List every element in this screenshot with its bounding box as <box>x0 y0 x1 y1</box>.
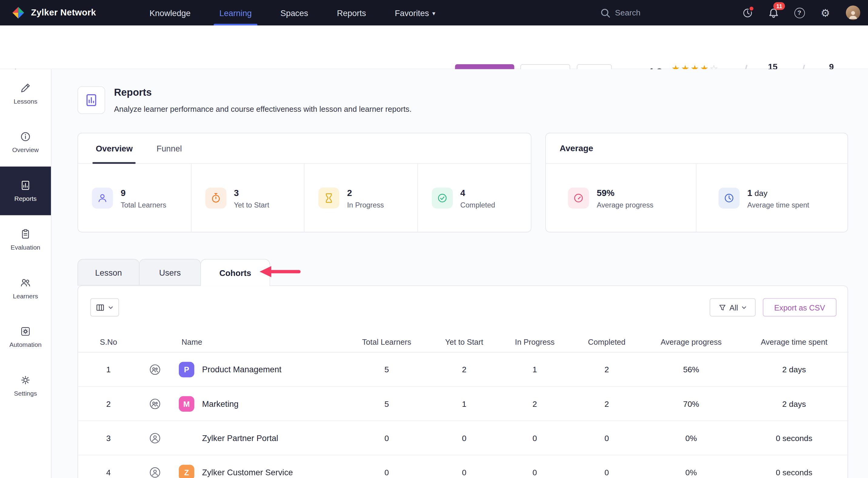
reports-section-subtitle: Analyze learner performance and course e… <box>114 104 411 113</box>
reports-section-icon <box>78 86 105 114</box>
column-header-average-progress: Average progress <box>643 337 740 346</box>
cohort-name: Zylker Customer Service <box>202 468 293 477</box>
chevron-down-icon <box>741 305 747 310</box>
nav-item-knowledge[interactable]: Knowledge <box>149 0 192 26</box>
brand[interactable]: Zylker Network <box>11 0 96 26</box>
column-header-sno: S.No <box>78 337 139 346</box>
column-header-average-time: Average time spent <box>740 337 848 346</box>
brand-name: Zylker Network <box>31 8 96 18</box>
clock-icon <box>719 188 740 209</box>
nav-item-spaces[interactable]: Spaces <box>279 0 309 26</box>
learner-stats-card: Overview Funnel 9Total Learners 3Yet to … <box>78 133 532 232</box>
tab-overview[interactable]: Overview <box>96 144 133 153</box>
column-header-in-progress: In Progress <box>499 337 571 346</box>
column-picker-button[interactable] <box>90 298 119 317</box>
person-circle-icon <box>149 466 161 478</box>
stat-total-learners: 9Total Learners <box>78 164 191 232</box>
stats-row: 9Total Learners 3Yet to Start 2In Progre… <box>78 164 531 232</box>
active-tab-underline <box>92 162 135 164</box>
tab-lesson[interactable]: Lesson <box>78 259 140 286</box>
column-header-name: Name <box>139 337 344 346</box>
cohort-avatar: M <box>179 396 194 411</box>
stopwatch-icon <box>205 188 226 209</box>
notifications-bell-icon[interactable]: 11 <box>768 7 779 19</box>
filter-dropdown[interactable]: All <box>710 298 756 317</box>
tab-users[interactable]: Users <box>139 259 201 286</box>
stat-completed: 4Completed <box>417 164 531 232</box>
pencil-icon <box>20 83 31 94</box>
average-row: 59%Average progress 1 day Average time s… <box>546 164 847 232</box>
group-circle-icon <box>149 397 161 410</box>
recent-activity-icon[interactable] <box>742 7 753 19</box>
navbar-actions: 11 ? ⚙ <box>742 0 861 26</box>
average-card: Average 59%Average progress 1 day Averag… <box>545 133 848 232</box>
activity-alert-dot <box>748 5 754 11</box>
funnel-icon <box>718 304 726 311</box>
chevron-down-icon <box>108 305 113 310</box>
sidebar-item-learners[interactable]: Learners <box>0 264 51 313</box>
person-icon <box>92 188 113 209</box>
sidebar-item-lessons[interactable]: Lessons <box>0 69 51 118</box>
table-row[interactable]: 2 M Marketing 5 1 2 2 70% 2 days <box>78 387 849 421</box>
course-header: Email Marketing Campaigns Unpublish Prev… <box>0 26 868 69</box>
reports-section-title: Reports <box>114 87 152 98</box>
table-row[interactable]: 4 Z Zylker Customer Service 0 0 0 0 0% 0… <box>78 455 849 478</box>
info-icon <box>20 131 31 142</box>
cohort-name: Zylker Partner Portal <box>202 433 278 443</box>
sidebar-item-settings[interactable]: Settings <box>0 361 51 410</box>
gauge-icon <box>568 188 589 209</box>
average-card-header: Average <box>546 133 847 164</box>
search-icon <box>601 8 610 17</box>
table-row[interactable]: 1 P Product Management 5 2 1 2 56% 2 day… <box>78 353 849 387</box>
sidebar-item-automation[interactable]: Automation <box>0 313 51 361</box>
tab-funnel[interactable]: Funnel <box>156 144 182 153</box>
check-circle-icon <box>432 188 453 209</box>
nav-item-favorites[interactable]: Favorites▾ <box>394 0 436 26</box>
tab-cohorts[interactable]: Cohorts <box>200 259 270 286</box>
caret-down-icon: ▾ <box>432 10 435 17</box>
help-icon[interactable]: ? <box>794 7 805 19</box>
sidebar-item-overview[interactable]: Overview <box>0 118 51 167</box>
stat-average-progress: 59%Average progress <box>546 164 696 232</box>
search-placeholder: Search <box>615 8 641 17</box>
person-circle-icon <box>149 432 161 444</box>
average-title: Average <box>560 143 593 153</box>
zylker-logo-icon <box>11 5 26 20</box>
group-circle-icon <box>149 363 161 375</box>
stat-average-time: 1 day Average time spent <box>696 164 848 232</box>
stat-in-progress: 2In Progress <box>305 164 418 232</box>
search-input[interactable]: Search <box>601 0 641 26</box>
notification-count-badge: 11 <box>773 2 785 10</box>
screen: Zylker Network Knowledge Learning Spaces… <box>0 0 868 478</box>
sidebar-item-reports[interactable]: Reports <box>0 167 51 215</box>
cohort-name: Product Management <box>202 365 282 374</box>
cohort-name: Marketing <box>202 399 239 408</box>
automation-icon <box>20 326 31 337</box>
table-header-row: S.No Name Total Learners Yet to Start In… <box>78 331 849 352</box>
gear-icon <box>20 375 31 386</box>
nav-item-learning[interactable]: Learning <box>218 0 253 26</box>
cohort-avatar: P <box>179 362 194 377</box>
table-row[interactable]: 3 Zylker Partner Portal 0 0 0 0 0% 0 sec… <box>78 421 849 455</box>
stats-tabs: Overview Funnel <box>78 133 531 164</box>
clipboard-icon <box>20 228 31 240</box>
nav-item-reports[interactable]: Reports <box>336 0 367 26</box>
user-avatar[interactable] <box>846 5 860 20</box>
stat-yet-to-start: 3Yet to Start <box>191 164 305 232</box>
report-document-icon <box>20 180 31 191</box>
cohort-avatar: Z <box>179 465 194 478</box>
people-icon <box>20 277 31 288</box>
report-type-tabs: Lesson Users Cohorts <box>78 259 270 286</box>
column-header-total-learners: Total Learners <box>344 337 430 346</box>
column-header-completed: Completed <box>571 337 643 346</box>
sidebar-item-evaluation[interactable]: Evaluation <box>0 215 51 264</box>
hourglass-icon <box>318 188 339 209</box>
top-navbar: Zylker Network Knowledge Learning Spaces… <box>0 0 868 26</box>
left-sidebar: Lessons Overview Reports Evaluation Lear… <box>0 69 52 478</box>
column-header-yet-to-start: Yet to Start <box>430 337 499 346</box>
settings-gear-icon[interactable]: ⚙ <box>820 7 831 19</box>
primary-nav: Knowledge Learning Spaces Reports Favori… <box>149 0 437 26</box>
export-csv-button[interactable]: Export as CSV <box>763 298 836 317</box>
cohorts-table-card: All Export as CSV S.No Name Total Learne… <box>78 285 848 478</box>
